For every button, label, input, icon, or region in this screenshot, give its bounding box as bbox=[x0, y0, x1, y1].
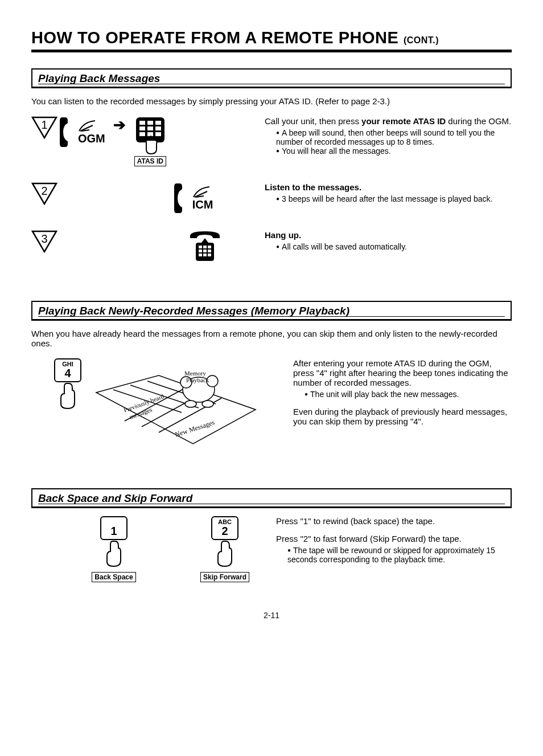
svg-point-27 bbox=[202, 401, 213, 407]
triangle-icon: 1 bbox=[31, 116, 57, 139]
step-3-graphic bbox=[60, 230, 265, 262]
step-2: 2 ICM Listen to the messages. 3 beeps wi… bbox=[31, 182, 512, 214]
svg-rect-22 bbox=[208, 254, 211, 256]
skip-text: Press "1" to rewind (back space) the tap… bbox=[276, 516, 512, 564]
svg-text:3: 3 bbox=[41, 232, 47, 245]
deskphone-icon bbox=[188, 230, 222, 262]
key-2: ABC 2 bbox=[211, 516, 238, 540]
svg-rect-9 bbox=[147, 132, 153, 136]
step-1: 1 OGM ➔ bbox=[31, 116, 512, 166]
back-space-col: 1 Back Space bbox=[31, 516, 174, 582]
icm-label: ICM bbox=[192, 198, 213, 211]
step2-bullet1: 3 beeps will be heard after the last mes… bbox=[276, 194, 512, 203]
key-4: GHI 4 bbox=[54, 358, 81, 382]
svg-rect-18 bbox=[203, 250, 207, 252]
memory-text: After entering your remote ATAS ID durin… bbox=[293, 358, 512, 435]
svg-rect-19 bbox=[208, 250, 211, 252]
hand-press-icon bbox=[213, 540, 236, 567]
playback-intro: You can listen to the recorded messages … bbox=[31, 96, 512, 106]
hand-press-icon bbox=[56, 382, 79, 410]
svg-rect-20 bbox=[199, 254, 202, 256]
step1-bullet1: A beep will sound, then other beeps will… bbox=[276, 128, 512, 146]
skip-row: 1 Back Space ABC 2 Skip Forward Press "1… bbox=[31, 516, 512, 582]
step-1-text: Call your unit, then press your remote A… bbox=[265, 116, 512, 156]
section-heading-skip: Back Space and Skip Forward bbox=[31, 488, 512, 508]
back-space-label: Back Space bbox=[92, 572, 135, 582]
step-number-2: 2 bbox=[31, 182, 60, 207]
svg-rect-8 bbox=[139, 132, 145, 136]
svg-text:2: 2 bbox=[41, 185, 47, 197]
svg-rect-21 bbox=[203, 254, 207, 256]
key-1: 1 bbox=[100, 516, 127, 540]
speech-lines-icon bbox=[78, 120, 98, 132]
svg-rect-3 bbox=[147, 121, 153, 125]
skip-forward-label: Skip Forward bbox=[200, 572, 249, 582]
art-new-text: New Messages bbox=[174, 418, 216, 439]
section-heading-memory: Playing Back Newly-Recorded Messages (Me… bbox=[31, 301, 512, 321]
step-3-text: Hang up. All calls will be saved automat… bbox=[265, 230, 512, 251]
step-2-text: Listen to the messages. 3 beeps will be … bbox=[265, 182, 512, 203]
svg-text:Playback: Playback bbox=[186, 377, 209, 383]
memory-intro: When you have already heard the messages… bbox=[31, 329, 512, 348]
svg-rect-10 bbox=[155, 132, 161, 136]
page-number: 2-11 bbox=[31, 611, 512, 620]
svg-rect-17 bbox=[199, 250, 202, 252]
key-4-graphic: GHI 4 bbox=[54, 358, 81, 410]
svg-rect-7 bbox=[155, 126, 161, 130]
skip-bullet1: The tape will be rewound or skipped for … bbox=[287, 546, 512, 564]
handset-icon bbox=[174, 182, 189, 214]
skip-forward-col: ABC 2 Skip Forward bbox=[174, 516, 276, 582]
section-heading-playback: Playing Back Messages bbox=[31, 68, 512, 88]
speech-lines-icon bbox=[192, 186, 213, 198]
step3-bullet1: All calls will be saved automatically. bbox=[276, 242, 512, 251]
triangle-icon: 2 bbox=[31, 182, 57, 205]
title-rule bbox=[31, 50, 512, 52]
svg-rect-16 bbox=[208, 246, 211, 248]
memory-playback-illustration: Previously heard messages Memory Playbac… bbox=[90, 358, 261, 449]
svg-rect-6 bbox=[147, 126, 153, 130]
atas-id-label: ATAS ID bbox=[134, 156, 166, 166]
step1-bullet2: You will hear all the messages. bbox=[276, 146, 512, 156]
page-title: HOW TO OPERATE FROM A REMOTE PHONE (CONT… bbox=[31, 28, 512, 47]
step-3: 3 Hang up. All calls will be saved autom… bbox=[31, 230, 512, 262]
hand-press-icon bbox=[102, 540, 125, 567]
keypad-icon bbox=[134, 116, 167, 156]
svg-rect-15 bbox=[203, 246, 207, 248]
step-2-graphic: ICM bbox=[60, 182, 265, 214]
handset-icon bbox=[60, 116, 75, 148]
svg-point-26 bbox=[185, 401, 196, 407]
arrow-icon: ➔ bbox=[113, 116, 126, 134]
svg-rect-2 bbox=[139, 121, 145, 125]
svg-rect-4 bbox=[155, 121, 161, 125]
art-mem-text: Memory bbox=[184, 370, 206, 377]
step-number-1: 1 bbox=[31, 116, 60, 141]
svg-rect-14 bbox=[199, 246, 202, 248]
svg-rect-5 bbox=[139, 126, 145, 130]
memory-bullet1: The unit will play back the new messages… bbox=[305, 390, 512, 399]
title-main: HOW TO OPERATE FROM A REMOTE PHONE bbox=[31, 28, 404, 47]
step-1-graphic: OGM ➔ ATAS ID bbox=[60, 116, 265, 166]
svg-text:1: 1 bbox=[41, 118, 47, 131]
triangle-icon: 3 bbox=[31, 230, 57, 253]
ogm-label: OGM bbox=[78, 132, 105, 145]
title-cont: (CONT.) bbox=[404, 35, 439, 45]
step-number-3: 3 bbox=[31, 230, 60, 255]
memory-row: GHI 4 Previously heard messages Me bbox=[31, 358, 512, 449]
